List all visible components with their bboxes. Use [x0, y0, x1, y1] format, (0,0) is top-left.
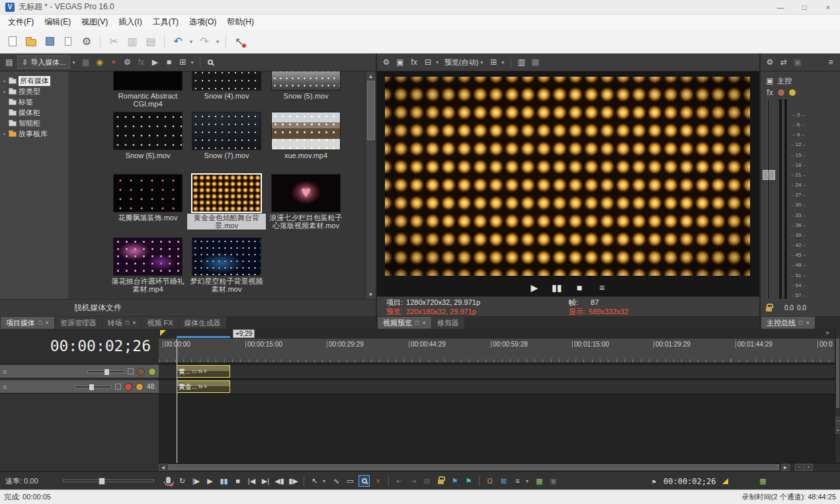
rate-slider-knob[interactable] [99, 478, 105, 485]
loop-region-bar[interactable] [177, 336, 230, 338]
tree-item-all-media[interactable]: ▪ 所有媒体 [0, 75, 68, 86]
tab-video-fx[interactable]: 视频 FX [142, 317, 178, 329]
timeline-marker-icon[interactable] [160, 330, 166, 336]
media-thumbnail[interactable] [114, 175, 182, 212]
zoom-out-track-icon[interactable]: − [835, 417, 840, 425]
marker-tool-icon[interactable]: ⚑ [821, 329, 833, 339]
media-search-icon[interactable] [204, 56, 216, 68]
master-gear-icon[interactable]: ⚙ [764, 56, 776, 68]
menu-tools[interactable]: 工具(T) [147, 15, 184, 30]
timeline-event-2[interactable]: 黄金... fx ≡ [177, 380, 230, 393]
media-item[interactable]: 花瓣飘落装饰.mov [108, 175, 187, 222]
media-item[interactable]: 梦幻星空粒子背景视频素材.mov [187, 238, 266, 293]
scroll-right-icon[interactable]: ▶ [781, 464, 790, 471]
media-thumbnail[interactable] [192, 112, 261, 149]
tree-item-tags[interactable]: 标签 [0, 97, 68, 107]
media-item[interactable]: Snow (6).mov [108, 112, 187, 159]
open-project-icon[interactable] [22, 33, 40, 50]
insert-marker-icon[interactable]: ⚑ [449, 475, 460, 487]
preview-gear-icon[interactable]: ⚙ [380, 56, 392, 68]
media-gear-icon[interactable]: ⚙ [121, 56, 133, 68]
scroll-left-icon[interactable]: ◀ [159, 464, 167, 471]
media-views-icon[interactable]: ⊞ [177, 56, 189, 68]
save-snapshot-icon[interactable] [529, 56, 541, 68]
media-thumbnail[interactable] [272, 112, 340, 149]
master-fader[interactable] [767, 99, 770, 300]
timeline-vertical-scrollbar[interactable]: − + [835, 329, 840, 463]
timeline-ruler[interactable]: 00:00:00 00:00:15:00 00:00:29:29 00:00:4… [159, 339, 840, 363]
zoom-edit-tool-icon[interactable] [358, 475, 370, 487]
media-thumbnail[interactable] [114, 238, 182, 275]
quality-chevron-icon[interactable]: ▾ [480, 60, 485, 65]
project-properties-icon[interactable] [60, 33, 77, 50]
expander-icon[interactable]: ▪ [2, 79, 7, 83]
hscroll-thumb[interactable] [168, 464, 779, 470]
tab-trimmer[interactable]: 修剪器 [432, 317, 464, 329]
omega-icon[interactable]: Ω [484, 475, 495, 487]
external-monitor-icon[interactable]: ⊠ [498, 475, 509, 487]
tab-close-icon[interactable]: × [45, 319, 48, 326]
redo-icon[interactable]: ↷ [196, 33, 213, 50]
edit-tool-chevron-icon[interactable]: ▾ [323, 478, 328, 484]
track1-level-slider[interactable] [87, 370, 124, 373]
split-screen-icon[interactable]: ⊟ [422, 56, 434, 68]
zoom-out-time-icon[interactable]: − [795, 464, 804, 471]
split-event-icon[interactable]: ⊟ [421, 475, 433, 487]
record-icon[interactable] [163, 475, 174, 487]
master-fx-icon[interactable]: fx [766, 87, 774, 99]
media-scrollbar[interactable]: ▲ ▼ [365, 71, 376, 299]
import-media-button[interactable]: ⇩ 导入媒体... [17, 56, 70, 69]
playhead-cursor[interactable] [177, 339, 177, 463]
remove-media-icon[interactable]: × [107, 56, 119, 68]
track2-record-arm-icon[interactable] [124, 383, 132, 391]
cut-icon[interactable]: ✂ [105, 33, 122, 50]
go-to-end-icon[interactable]: ▶| [260, 475, 271, 487]
tab-float-icon[interactable]: □ [415, 319, 419, 326]
media-fx-icon[interactable]: fx [135, 56, 147, 68]
new-project-icon[interactable] [4, 33, 21, 50]
menu-file[interactable]: 文件(F) [3, 15, 39, 30]
master-fader-handle-right[interactable] [769, 170, 775, 180]
media-item[interactable]: Snow (5).mov [267, 71, 345, 100]
preview-stop-icon[interactable]: ■ [573, 282, 585, 294]
master-mute-icon[interactable] [777, 89, 785, 97]
menu-options[interactable]: 选项(O) [184, 15, 222, 30]
scroll-down-icon[interactable]: ▼ [366, 290, 376, 299]
lock-icon[interactable] [766, 307, 772, 312]
timeline-event-1[interactable]: 黄... ▭ fx ≡ [177, 365, 230, 378]
paste-icon[interactable]: ▤ [142, 33, 159, 50]
import-chevron-icon[interactable]: ▾ [72, 60, 77, 65]
minimize-button[interactable]: — [769, 0, 792, 14]
media-item[interactable]: Romantic Abstract CGI.mp4 [108, 71, 187, 108]
snapshot-icon[interactable]: ▣ [548, 475, 559, 487]
go-to-start-icon[interactable]: |◀ [246, 475, 257, 487]
track1-value-box[interactable] [128, 368, 134, 374]
copy-snapshot-icon[interactable]: ▥ [515, 56, 527, 68]
track-header-2[interactable]: ≡ 48. [0, 380, 159, 394]
track1-mute-icon[interactable] [137, 368, 145, 376]
video-output-icon[interactable]: ▣ [394, 56, 406, 68]
close-button[interactable]: × [816, 0, 840, 14]
media-thumbnail[interactable] [272, 71, 340, 90]
track-row-2[interactable]: 黄金... fx ≡ [159, 380, 835, 394]
trim-end-icon[interactable]: ⇥ [407, 475, 419, 487]
timeline-horizontal-scrollbar[interactable]: ◀ ▶ − + [159, 463, 840, 471]
master-solo-icon[interactable] [788, 89, 796, 97]
track2-level-slider[interactable] [75, 386, 112, 388]
mixer-menu-icon[interactable]: ≡ [512, 475, 523, 487]
event-menu-icon[interactable]: ≡ [204, 384, 208, 390]
timeline-time-display[interactable]: 00:00:02;26 [0, 329, 159, 364]
tab-transitions[interactable]: 转场 □ × [103, 317, 142, 329]
menu-insert[interactable]: 插入(I) [113, 15, 147, 30]
mixer-view-icon[interactable]: ≡ [825, 56, 837, 68]
preview-menu-icon[interactable]: ≡ [596, 282, 608, 294]
vscroll-thumb[interactable] [836, 339, 839, 408]
scrollbar-thumb[interactable] [367, 81, 375, 140]
tab-close-icon[interactable]: × [132, 319, 136, 326]
tab-video-preview[interactable]: 视频预览 □ × [378, 317, 431, 329]
rate-slider[interactable] [63, 480, 154, 482]
menu-edit[interactable]: 编辑(E) [39, 15, 76, 30]
tree-item-media-bins[interactable]: 媒体柜 [0, 107, 68, 118]
event-fx-icon[interactable]: fx [198, 384, 202, 390]
tree-item-by-type[interactable]: ▪ 按类型 [0, 86, 68, 97]
